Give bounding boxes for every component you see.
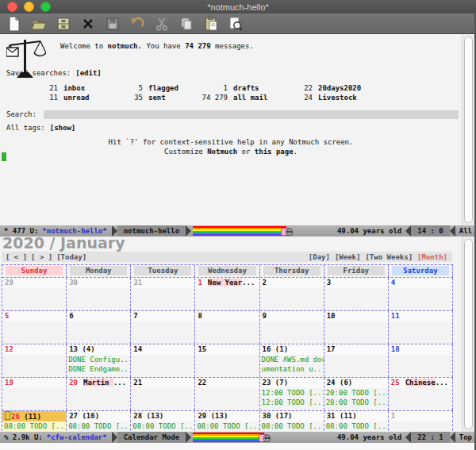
calendar-day-cell[interactable]: 9 bbox=[260, 311, 324, 344]
buffer-age: 49.04 years old bbox=[333, 433, 405, 441]
calendar-day-cell[interactable]: 6 bbox=[67, 311, 131, 344]
event-count: (1) bbox=[271, 345, 288, 353]
undo-icon[interactable] bbox=[129, 15, 146, 33]
edit-saved-searches-link[interactable]: [edit] bbox=[75, 69, 102, 77]
calendar-grid: Sunday Monday Tuesday Wednesday Thursday… bbox=[2, 264, 453, 432]
calendar-day-cell[interactable]: 11 bbox=[389, 311, 453, 344]
emacs-window: *notmuch-hello* bbox=[0, 0, 476, 450]
calendar-day-cell[interactable]: 23 (7)12:00 TODO [...12:00 TODO [... bbox=[260, 378, 324, 410]
paste-icon[interactable] bbox=[202, 15, 220, 33]
major-mode[interactable]: notmuch-hello bbox=[117, 225, 186, 237]
calendar-event[interactable]: 12:00 TODO [... bbox=[260, 388, 324, 398]
calendar-event[interactable]: DONE Endgame... bbox=[67, 364, 130, 374]
saved-search-link[interactable]: 20days2020 bbox=[318, 84, 361, 92]
buffer-name[interactable]: *cfw-calendar* bbox=[47, 433, 112, 441]
view-twoweeks-button[interactable]: [Two Weeks] bbox=[365, 253, 413, 261]
calendar-day-cell[interactable]: 27 (16)08:00 TODO [...08:00 TODO [... bbox=[67, 411, 131, 432]
calendar-day-cell[interactable]: 29 bbox=[2, 278, 67, 310]
calendar-event[interactable]: 08:00 TODO [... bbox=[195, 421, 259, 431]
calendar-day-cell[interactable]: 25Chinese... bbox=[389, 378, 453, 410]
buffer-name[interactable]: *notmuch-hello* bbox=[42, 227, 111, 235]
day-number: 9 bbox=[263, 312, 267, 320]
calendar-day-cell[interactable]: 31 bbox=[131, 278, 195, 310]
calendar-event[interactable]: 20:00 TODO [... bbox=[324, 388, 388, 398]
calendar-day-cell[interactable]: 29 (13)08:00 TODO [...08:00 TODO [... bbox=[195, 411, 259, 432]
calendar-day-cell[interactable]: 28 (13)08:00 TODO [...08:00 TODO [... bbox=[131, 411, 195, 432]
calendar-day-cell[interactable]: 21 bbox=[131, 378, 195, 410]
major-mode[interactable]: Calendar Mode bbox=[117, 432, 186, 443]
calendar-day-cell[interactable]: 15 bbox=[195, 344, 259, 377]
calendar-event[interactable]: 08:00 TODO [... bbox=[67, 421, 130, 431]
calendar-day-cell[interactable]: 3 bbox=[324, 278, 389, 310]
calendar-day-cell[interactable]: 31 (11)08:00 TODO [...08:00 TODO [... bbox=[324, 411, 389, 432]
saved-search-link[interactable]: unread bbox=[63, 94, 90, 102]
show-tags-link[interactable]: [show] bbox=[50, 124, 76, 132]
calendar-event[interactable]: 08:00 TODO [... bbox=[260, 421, 324, 431]
calendar-day-cell[interactable]: 13 (4)DONE Configu...DONE Endgame... bbox=[67, 344, 131, 377]
customize-page-link[interactable]: this page bbox=[255, 148, 294, 156]
today-button[interactable]: [Today] bbox=[56, 253, 86, 261]
calendar-day-cell[interactable]: 2 bbox=[260, 278, 324, 310]
scrollbar-thumb[interactable] bbox=[464, 37, 473, 223]
calendar-day-cell[interactable]: 18 bbox=[389, 344, 453, 377]
calendar-event[interactable]: 08:00 TODO [... bbox=[2, 421, 66, 431]
save-buffer-icon[interactable] bbox=[104, 15, 121, 33]
powerline-separator-icon bbox=[112, 432, 117, 443]
calendar-day-cell[interactable]: 4 bbox=[389, 278, 453, 310]
view-week-button[interactable]: [Week] bbox=[335, 253, 361, 261]
calendar-event[interactable]: 20:00 TODO [... bbox=[324, 398, 388, 407]
calendar-day-cell[interactable]: 30 (17)08:00 TODO [...08:00 TODO [... bbox=[260, 411, 324, 432]
calendar-day-cell[interactable]: 17 bbox=[324, 344, 389, 377]
calendar-day-cell[interactable]: 16 (1)DONE AWS.md documentation u... bbox=[260, 344, 324, 377]
customize-line: Customize Notmuch or this page. bbox=[0, 148, 462, 156]
new-file-icon[interactable] bbox=[6, 15, 23, 33]
view-month-button[interactable]: [Month] bbox=[417, 253, 447, 261]
text-cursor bbox=[2, 152, 6, 161]
calendar-event[interactable]: 08:00 TODO [... bbox=[324, 421, 388, 431]
saved-search-link[interactable]: sent bbox=[148, 94, 166, 102]
saved-search-link[interactable]: flagged bbox=[148, 84, 178, 92]
calendar-day-cell[interactable]: 10 bbox=[324, 311, 389, 344]
calendar-day-cell[interactable]: 30 bbox=[67, 278, 131, 310]
calendar-day-cell[interactable]: 5 bbox=[2, 311, 67, 344]
search-icon[interactable] bbox=[227, 15, 244, 33]
calendar-day-cell[interactable]: 7 bbox=[131, 311, 195, 344]
search-count: 1 bbox=[192, 83, 228, 93]
customize-notmuch-link[interactable]: Notmuch bbox=[207, 148, 237, 156]
calendar-event[interactable]: 08:00 TODO [... bbox=[131, 421, 194, 431]
next-month-button[interactable]: [ > ] bbox=[31, 253, 52, 261]
calendar-event[interactable]: DONE Configu... bbox=[67, 355, 130, 364]
dired-cabinet-icon[interactable] bbox=[55, 15, 72, 33]
search-input[interactable] bbox=[44, 110, 459, 119]
buffer-status: % 2.9k U: bbox=[0, 433, 47, 441]
powerline-separator-icon bbox=[405, 432, 411, 443]
prev-month-button[interactable]: [ < ] bbox=[6, 253, 27, 261]
calendar-event[interactable]: DONE AWS.md doc bbox=[260, 355, 324, 364]
calendar-day-cell[interactable]: 22 bbox=[195, 378, 259, 410]
copy-icon[interactable] bbox=[178, 15, 195, 33]
scrollbar[interactable] bbox=[462, 237, 474, 432]
day-title: 18 bbox=[389, 344, 452, 355]
saved-search-item: 21inbox bbox=[22, 83, 107, 93]
cut-icon[interactable] bbox=[153, 15, 171, 33]
calendar-event[interactable]: umentation u... bbox=[260, 364, 324, 374]
calendar-day-cell[interactable]: 14 bbox=[131, 344, 195, 377]
saved-search-link[interactable]: all mail bbox=[233, 94, 267, 102]
scrollbar[interactable] bbox=[462, 34, 474, 225]
saved-search-link[interactable]: Livestock bbox=[318, 94, 357, 102]
open-folder-icon[interactable] bbox=[30, 15, 48, 33]
calendar-day-cell[interactable]: 20Martin ... bbox=[67, 378, 131, 410]
calendar-day-cell[interactable]: 26 (11)08:00 TODO [...08:00 TODO [... bbox=[2, 411, 67, 432]
calendar-day-cell[interactable]: 1New Year... bbox=[195, 278, 259, 310]
calendar-day-cell[interactable]: 19 bbox=[2, 378, 67, 410]
saved-search-link[interactable]: inbox bbox=[63, 84, 85, 92]
calendar-day-cell[interactable]: 12 bbox=[2, 344, 67, 377]
view-day-button[interactable]: [Day] bbox=[309, 253, 330, 261]
scrollbar-thumb[interactable] bbox=[464, 239, 473, 429]
close-buffer-icon[interactable] bbox=[79, 15, 97, 33]
calendar-event[interactable]: 12:00 TODO [... bbox=[260, 398, 324, 407]
calendar-day-cell[interactable]: 24 (6)20:00 TODO [...20:00 TODO [... bbox=[324, 378, 389, 410]
calendar-day-cell[interactable]: 8 bbox=[195, 311, 259, 344]
calendar-day-cell[interactable]: 1 bbox=[389, 411, 453, 432]
saved-search-link[interactable]: drafts bbox=[233, 84, 259, 92]
